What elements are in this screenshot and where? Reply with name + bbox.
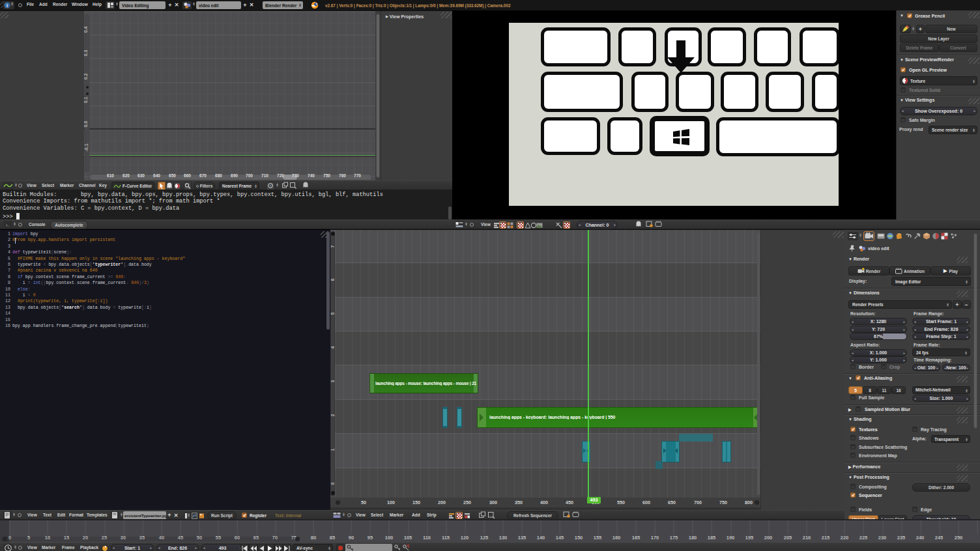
svg-text:i: i <box>7 3 8 8</box>
